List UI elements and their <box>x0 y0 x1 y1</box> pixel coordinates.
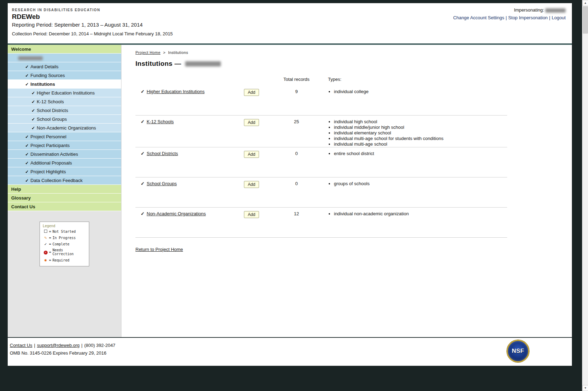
sidebar-item-label: Contact Us <box>11 204 35 209</box>
sidebar-item-project-id[interactable] <box>8 54 121 62</box>
footer-contact-us-link[interactable]: Contact Us <box>10 343 32 348</box>
scrollbar-up-arrow[interactable]: ▲ <box>582 0 588 6</box>
sidebar-item-label: Project Participants <box>30 143 70 148</box>
types-column-header: Types: <box>323 77 507 82</box>
legend-row-not-started: = Not Started <box>43 230 86 233</box>
return-to-project-home-link[interactable]: Return to Project Home <box>135 247 183 252</box>
types-list: individual high school individual middle… <box>323 119 507 147</box>
complete-check-icon: ✓ <box>31 91 35 96</box>
add-school-district-button[interactable]: Add <box>244 151 259 158</box>
sidebar-item-school-groups[interactable]: ✓School Groups <box>8 115 121 124</box>
footer-contact-line: Contact Us|support@rdeweb.org|(800) 392-… <box>10 343 572 348</box>
non-academic-organizations-link[interactable]: Non-Academic Organizations <box>147 211 206 216</box>
sidebar-item-institutions[interactable]: ✓Institutions <box>8 80 121 89</box>
complete-check-icon: ✓ <box>31 117 35 122</box>
sidebar-item-dissemination-activities[interactable]: ✓Dissemination Activities <box>8 150 121 159</box>
project-id-redacted <box>185 61 221 67</box>
type-item: entire school district <box>334 151 507 156</box>
content-area: Welcome ✓Award Details ✓Funding Sources … <box>8 45 572 337</box>
complete-check-icon: ✓ <box>135 181 147 186</box>
sidebar-item-project-personnel[interactable]: ✓Project Personnel <box>8 132 121 141</box>
legend-label: Needs Correction <box>52 248 86 256</box>
sidebar-item-funding-sources[interactable]: ✓Funding Sources <box>8 71 121 80</box>
account-links: Change Account Settings|Stop Impersonati… <box>453 15 566 20</box>
legend-row-in-progress: ✎ = In Progress <box>43 235 86 240</box>
legend-label: Required <box>52 258 69 262</box>
higher-education-institutions-link[interactable]: Higher Education Institutions <box>147 89 204 94</box>
impersonating-name-redacted <box>545 8 566 13</box>
type-item: individual high school <box>334 119 507 124</box>
institutions-table: Total records Types: ✓ Higher Education … <box>135 77 507 238</box>
project-id-redacted <box>18 56 43 60</box>
breadcrumb-current: Institutions <box>168 50 188 55</box>
add-non-academic-organization-button[interactable]: Add <box>244 211 259 218</box>
complete-check-icon: ✓ <box>31 99 35 104</box>
sidebar-item-k12-schools[interactable]: ✓K-12 Schools <box>8 97 121 106</box>
logout-link[interactable]: Logout <box>552 15 566 20</box>
impersonating-label: Impersonating: <box>514 7 544 13</box>
footer-separator: | <box>34 343 35 348</box>
sidebar-item-label: School Groups <box>37 117 67 122</box>
equals-sign: = <box>49 258 51 262</box>
sidebar-item-contact-us[interactable]: Contact Us <box>8 202 121 211</box>
sidebar-item-data-collection-feedback[interactable]: ✓Data Collection Feedback <box>8 176 121 185</box>
footer-separator: | <box>81 343 82 348</box>
breadcrumb-project-home-link[interactable]: Project Home <box>135 50 160 55</box>
sidebar-item-label: Help <box>11 187 21 192</box>
sidebar-item-award-details[interactable]: ✓Award Details <box>8 62 121 71</box>
add-k12-school-button[interactable]: Add <box>244 119 259 126</box>
sidebar-item-project-participants[interactable]: ✓Project Participants <box>8 141 121 150</box>
table-row-school-groups: ✓ School Groups Add 0 groups of schools <box>135 177 507 208</box>
required-asterisk-icon: ✱ <box>43 258 48 263</box>
complete-check-icon: ✓ <box>25 152 29 157</box>
scrollbar-down-arrow[interactable]: ▼ <box>582 385 588 391</box>
school-groups-link[interactable]: School Groups <box>147 181 177 186</box>
page-title: Institutions — <box>135 60 572 68</box>
legend-title: Legend <box>43 224 86 228</box>
stop-impersonation-link[interactable]: Stop Impersonation <box>508 15 548 20</box>
footer-email-link[interactable]: support@rdeweb.org <box>37 343 80 348</box>
complete-check-icon: ✓ <box>135 89 147 94</box>
legend-label: Not Started <box>52 230 76 233</box>
sidebar-item-label: Higher Education Institutions <box>37 90 94 96</box>
sidebar-item-label: Data Collection Feedback <box>30 178 83 183</box>
breadcrumb-separator: > <box>163 50 166 55</box>
equals-sign: = <box>49 242 51 246</box>
complete-check-icon: ✓ <box>25 82 29 87</box>
sidebar-item-project-highlights[interactable]: ✓Project Highlights <box>8 167 121 176</box>
complete-check-icon: ✓ <box>25 143 29 148</box>
in-progress-pencil-icon: ✎ <box>43 235 48 240</box>
type-item: individual non-academic organization <box>334 211 507 216</box>
sidebar-item-welcome[interactable]: Welcome <box>8 45 121 54</box>
change-account-settings-link[interactable]: Change Account Settings <box>453 15 504 20</box>
complete-check-icon: ✓ <box>135 119 147 124</box>
complete-check-icon: ✓ <box>25 64 29 69</box>
complete-check-icon: ✓ <box>25 134 29 139</box>
sidebar-item-additional-proposals[interactable]: ✓Additional Proposals <box>8 159 121 167</box>
sidebar-item-higher-education-institutions[interactable]: ✓Higher Education Institutions <box>8 89 121 97</box>
scrollbar[interactable]: ▲ ▼ <box>582 0 588 391</box>
type-item: individual middle/junior high school <box>334 125 507 130</box>
type-item: individual multi-age school for students… <box>334 136 507 141</box>
sidebar-item-label: Award Details <box>30 64 58 69</box>
complete-check-icon: ✓ <box>25 178 29 183</box>
equals-sign: = <box>49 236 51 240</box>
sidebar-item-help[interactable]: Help <box>8 185 121 194</box>
school-districts-link[interactable]: School Districts <box>147 151 178 156</box>
types-list: groups of schools <box>323 181 507 187</box>
k12-schools-link[interactable]: K-12 Schools <box>147 119 174 124</box>
scrollbar-thumb[interactable] <box>583 6 588 34</box>
add-higher-education-institution-button[interactable]: Add <box>244 89 259 96</box>
add-school-group-button[interactable]: Add <box>244 181 259 188</box>
types-list: individual non-academic organization <box>323 211 507 217</box>
sidebar-item-school-districts[interactable]: ✓School Districts <box>8 106 121 115</box>
sidebar-item-non-academic-organizations[interactable]: ✓Non-Academic Organizations <box>8 124 121 132</box>
page-header: RESEARCH IN DISABILITIES EDUCATION RDEWe… <box>8 3 572 45</box>
nsf-logo-text: NSF <box>512 348 524 355</box>
not-started-square-icon <box>43 230 48 233</box>
sidebar-item-glossary[interactable]: Glossary <box>8 194 121 202</box>
account-area: Impersonating: Change Account Settings|S… <box>453 7 566 20</box>
legend-label: In Progress <box>52 236 76 240</box>
sidebar-item-label: School Districts <box>37 108 68 113</box>
type-item: individual multi-age school <box>334 141 507 147</box>
